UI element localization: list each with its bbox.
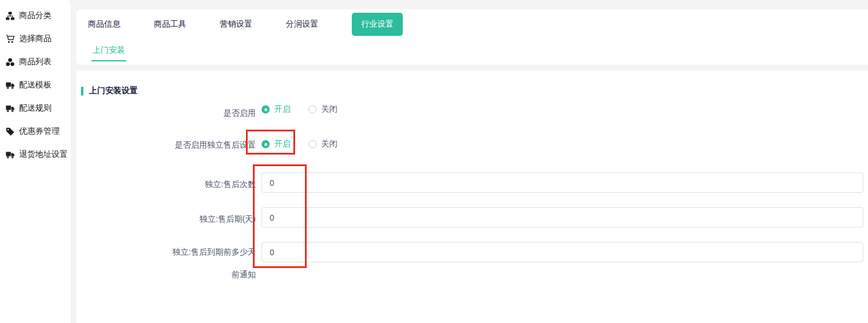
radio-group-independent-aftersale: 开启 关闭 [262, 139, 337, 149]
cart-icon [5, 35, 14, 43]
sitemap-icon [5, 12, 14, 20]
subtab-label: 上门安装 [93, 45, 125, 54]
sidebar-item-label: 商品列表 [19, 57, 52, 67]
sidebar-item-label: 商品分类 [19, 10, 52, 21]
truck-icon [5, 81, 14, 90]
radio-unchecked-icon[interactable] [308, 105, 317, 113]
sidebar-item-label: 退货地址设置 [19, 149, 68, 160]
tab-profit-sharing-settings[interactable]: 分润设置 [286, 19, 318, 30]
radio-option-label[interactable]: 关闭 [321, 139, 337, 149]
tab-marketing-settings[interactable]: 营销设置 [220, 19, 252, 30]
radio-option-label[interactable]: 关闭 [321, 104, 337, 115]
radio-option-enable-on[interactable]: 开启 [262, 104, 290, 115]
sidebar-item-label: 配送模板 [19, 80, 52, 90]
section-accent-bar [81, 87, 83, 96]
radio-group-enable: 开启 关闭 [262, 104, 337, 115]
radio-option-independent-on[interactable]: 开启 [262, 139, 290, 149]
section-header: 上门安装设置 [81, 86, 138, 96]
tag-icon [5, 127, 14, 136]
tab-product-info[interactable]: 商品信息 [88, 19, 120, 30]
radio-option-label[interactable]: 开启 [274, 139, 290, 149]
sidebar-item-select-product[interactable]: 选择商品 [0, 27, 71, 50]
sidebar-item-delivery-template[interactable]: 配送模板 [0, 74, 71, 97]
radio-option-enable-off[interactable]: 关闭 [308, 104, 337, 115]
aftersale-period-input[interactable] [262, 207, 863, 227]
sidebar-item-product-category[interactable]: 商品分类 [0, 4, 71, 27]
tab-bar: 商品信息 商品工具 营销设置 分润设置 行业设置 [76, 9, 868, 39]
field-label-notify-days-before-expiry: 独立:售后到期前多少天前通知 [169, 241, 256, 286]
field-label-aftersale-count: 独立:售后次数 [76, 178, 256, 190]
tab-product-tools[interactable]: 商品工具 [154, 19, 186, 30]
radio-checked-icon[interactable] [262, 105, 270, 113]
sidebar-item-label: 选择商品 [19, 34, 52, 44]
sidebar-menu: 商品分类 选择商品 [0, 0, 71, 166]
cubes-icon [5, 58, 14, 67]
truck-icon [5, 151, 14, 159]
field-label-enable: 是否启用 [76, 107, 256, 119]
sidebar-item-label: 优惠券管理 [19, 126, 60, 137]
content-card: 上门安装设置 是否启用 开启 关闭 是否启用独立售后设置 开启 [76, 71, 868, 323]
sidebar: 商品分类 选择商品 [0, 0, 71, 323]
sidebar-item-return-address-settings[interactable]: 退货地址设置 [0, 143, 71, 166]
radio-checked-icon[interactable] [262, 140, 270, 148]
notify-days-input[interactable] [262, 242, 863, 262]
truck-icon [5, 104, 14, 113]
sidebar-item-label: 配送规则 [19, 103, 52, 113]
sidebar-item-delivery-rules[interactable]: 配送规则 [0, 97, 71, 120]
subtab-door-to-door-install[interactable]: 上门安装 [93, 45, 126, 61]
field-label-independent-aftersale-enable: 是否启用独立售后设置 [76, 139, 256, 151]
tab-industry-settings[interactable]: 行业设置 [352, 13, 403, 36]
sidebar-item-coupon-management[interactable]: 优惠券管理 [0, 120, 71, 143]
section-title: 上门安装设置 [89, 86, 138, 96]
subtab-active-underline [91, 60, 126, 61]
field-label-aftersale-period: 独立:售后期(天) [76, 213, 256, 225]
radio-unchecked-icon[interactable] [308, 140, 317, 148]
sidebar-item-product-list[interactable]: 商品列表 [0, 50, 71, 74]
aftersale-count-input[interactable] [262, 172, 863, 193]
tab-card: 商品信息 商品工具 营销设置 分润设置 行业设置 上门安装 [76, 9, 868, 65]
radio-option-independent-off[interactable]: 关闭 [308, 139, 337, 149]
radio-option-label[interactable]: 开启 [274, 104, 290, 115]
